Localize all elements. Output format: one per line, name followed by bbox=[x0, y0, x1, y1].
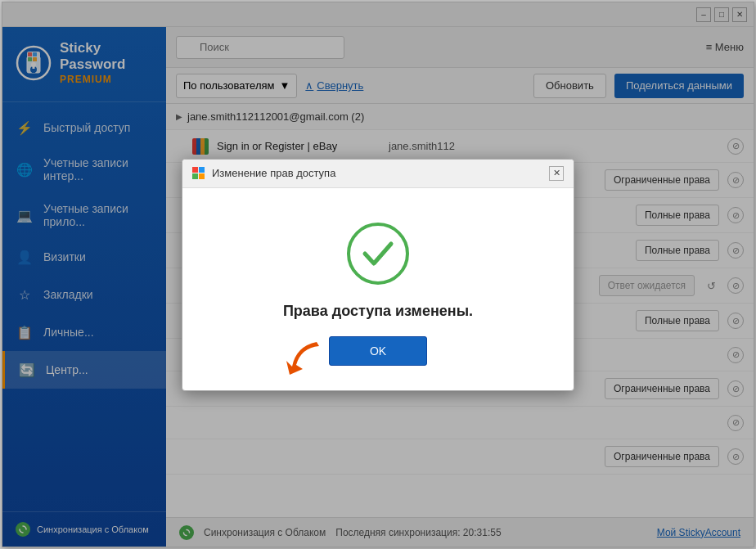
dialog-ok-button[interactable]: OK bbox=[329, 336, 427, 366]
access-change-dialog: Изменение прав доступа ✕ Права доступа и… bbox=[182, 159, 574, 391]
arrow-pointer bbox=[272, 330, 329, 390]
modal-overlay: Изменение прав доступа ✕ Права доступа и… bbox=[2, 2, 754, 547]
dialog-titlebar: Изменение прав доступа ✕ bbox=[182, 160, 574, 188]
dialog-message: Права доступа изменены. bbox=[283, 303, 473, 320]
dialog-color-icon bbox=[192, 167, 205, 180]
dialog-title-area: Изменение прав доступа bbox=[192, 167, 335, 180]
dialog-title-text: Изменение прав доступа bbox=[212, 167, 335, 179]
svg-point-11 bbox=[349, 224, 407, 283]
dialog-close-button[interactable]: ✕ bbox=[549, 166, 564, 181]
app-window: – □ ✕ bbox=[2, 2, 754, 547]
dialog-body: Права доступа изменены. OK bbox=[182, 188, 574, 390]
success-check-icon bbox=[345, 221, 411, 286]
